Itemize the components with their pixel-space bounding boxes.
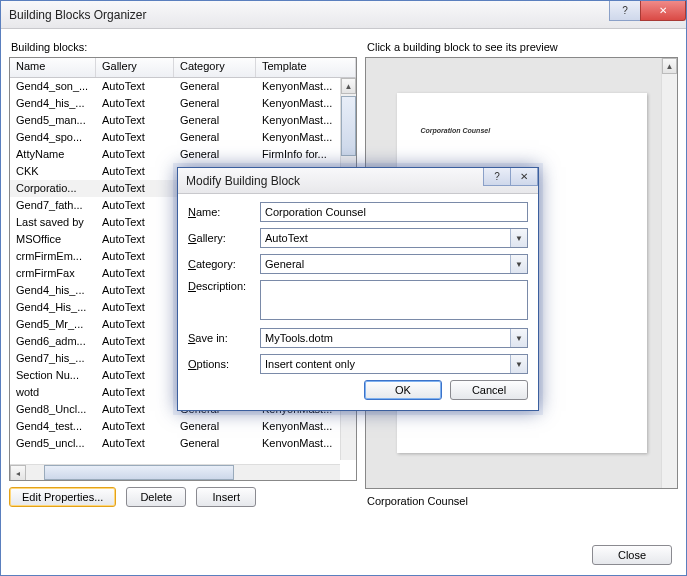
- footer: Close: [592, 545, 672, 565]
- cell-gallery: AutoText: [96, 384, 174, 401]
- name-input[interactable]: [260, 202, 528, 222]
- cell-name: Gend5_uncl...: [10, 435, 96, 452]
- table-row[interactable]: Gend4_spo...AutoTextGeneralKenyonMast...: [10, 129, 356, 146]
- cell-category: General: [174, 146, 256, 163]
- description-input[interactable]: [260, 280, 528, 320]
- organizer-title: Building Blocks Organizer: [9, 8, 146, 22]
- cell-gallery: AutoText: [96, 333, 174, 350]
- scroll-thumb[interactable]: [341, 96, 356, 156]
- modal-window-buttons: ? ✕: [484, 168, 538, 186]
- gallery-combo[interactable]: [260, 228, 528, 248]
- table-row[interactable]: Gend4_son_...AutoTextGeneralKenyonMast..…: [10, 78, 356, 95]
- cell-gallery: AutoText: [96, 418, 174, 435]
- preview-scrollbar[interactable]: ▲: [661, 58, 677, 488]
- scroll-up-icon[interactable]: ▲: [662, 58, 677, 74]
- cell-name: Gend4_his_...: [10, 95, 96, 112]
- scroll-left-icon[interactable]: ◂: [10, 465, 26, 481]
- cell-gallery: AutoText: [96, 401, 174, 418]
- table-row[interactable]: Gend4_test...AutoTextGeneralKenyonMast..…: [10, 418, 356, 435]
- description-label: Description:: [188, 280, 256, 292]
- cell-name: Gend7_his_...: [10, 350, 96, 367]
- cell-category: General: [174, 112, 256, 129]
- close-icon: ✕: [520, 171, 528, 182]
- modal-close-button[interactable]: ✕: [510, 168, 538, 186]
- horizontal-scrollbar[interactable]: ◂: [10, 464, 340, 480]
- cell-name: Gend4_son_...: [10, 78, 96, 95]
- cell-name: Gend5_Mr_...: [10, 316, 96, 333]
- cell-category: General: [174, 78, 256, 95]
- chevron-down-icon[interactable]: ▼: [510, 355, 527, 373]
- ok-button[interactable]: OK: [364, 380, 442, 400]
- table-header: Name Gallery Category Template: [10, 58, 356, 78]
- close-button[interactable]: Close: [592, 545, 672, 565]
- table-row[interactable]: Gend5_man...AutoTextGeneralKenyonMast...: [10, 112, 356, 129]
- cell-category: General: [174, 95, 256, 112]
- delete-button[interactable]: Delete: [126, 487, 186, 507]
- col-template-header[interactable]: Template: [256, 58, 356, 77]
- preview-caption: Corporation Counsel: [367, 495, 678, 507]
- modal-actions: OK Cancel: [188, 380, 528, 400]
- cell-category: General: [174, 129, 256, 146]
- modify-building-block-dialog: Modify Building Block ? ✕ Name: Gallery:…: [177, 167, 539, 411]
- cell-gallery: AutoText: [96, 435, 174, 452]
- cell-name: Gend5_man...: [10, 112, 96, 129]
- cell-name: Gend4_test...: [10, 418, 96, 435]
- col-name-header[interactable]: Name: [10, 58, 96, 77]
- cell-name: Gend4_His_...: [10, 299, 96, 316]
- save-in-combo[interactable]: [260, 328, 528, 348]
- help-icon: ?: [494, 171, 500, 182]
- cell-gallery: AutoText: [96, 180, 174, 197]
- table-row[interactable]: Gend4_his_...AutoTextGeneralKenyonMast..…: [10, 95, 356, 112]
- cell-gallery: AutoText: [96, 112, 174, 129]
- cell-name: crmFirmEm...: [10, 248, 96, 265]
- window-buttons: ? ✕: [610, 1, 686, 21]
- scroll-thumb-h[interactable]: [44, 465, 234, 480]
- category-label: Category:: [188, 258, 256, 270]
- cell-gallery: AutoText: [96, 316, 174, 333]
- col-category-header[interactable]: Category: [174, 58, 256, 77]
- cell-gallery: AutoText: [96, 95, 174, 112]
- cell-name: Gend4_his_...: [10, 282, 96, 299]
- chevron-down-icon[interactable]: ▼: [510, 329, 527, 347]
- options-label: Options:: [188, 358, 256, 370]
- cell-gallery: AutoText: [96, 248, 174, 265]
- action-row: Edit Properties... Delete Insert: [9, 487, 357, 507]
- table-row[interactable]: AttyNameAutoTextGeneralFirmInfo for...: [10, 146, 356, 163]
- preview-hint: Click a building block to see its previe…: [367, 41, 678, 53]
- chevron-down-icon[interactable]: ▼: [510, 255, 527, 273]
- edit-properties-button[interactable]: Edit Properties...: [9, 487, 116, 507]
- cell-gallery: AutoText: [96, 163, 174, 180]
- modal-help-button[interactable]: ?: [483, 168, 511, 186]
- table-row[interactable]: Gend5_uncl...AutoTextGeneralKenvonMast..…: [10, 435, 356, 452]
- cell-name: AttyName: [10, 146, 96, 163]
- cell-gallery: AutoText: [96, 299, 174, 316]
- cell-name: Last saved by: [10, 214, 96, 231]
- name-label: Name:: [188, 206, 256, 218]
- cell-category: General: [174, 418, 256, 435]
- modal-body: Name: Gallery: ▼ Category: ▼ Description…: [178, 194, 538, 410]
- cell-gallery: AutoText: [96, 265, 174, 282]
- window-close-button[interactable]: ✕: [640, 1, 686, 21]
- cancel-button[interactable]: Cancel: [450, 380, 528, 400]
- cell-category: General: [174, 435, 256, 452]
- col-gallery-header[interactable]: Gallery: [96, 58, 174, 77]
- preview-text: Corporation Counsel: [421, 127, 491, 134]
- help-icon: ?: [622, 5, 628, 16]
- chevron-down-icon[interactable]: ▼: [510, 229, 527, 247]
- cell-name: Section Nu...: [10, 367, 96, 384]
- help-button[interactable]: ?: [609, 1, 641, 21]
- scroll-up-icon[interactable]: ▲: [341, 78, 356, 94]
- insert-button[interactable]: Insert: [196, 487, 256, 507]
- organizer-window: Building Blocks Organizer ? ✕ Building b…: [0, 0, 687, 576]
- cell-gallery: AutoText: [96, 197, 174, 214]
- cell-gallery: AutoText: [96, 282, 174, 299]
- cell-gallery: AutoText: [96, 231, 174, 248]
- cell-name: crmFirmFax: [10, 265, 96, 282]
- cell-name: Gend6_adm...: [10, 333, 96, 350]
- cell-gallery: AutoText: [96, 129, 174, 146]
- category-combo[interactable]: [260, 254, 528, 274]
- cell-name: Corporatio...: [10, 180, 96, 197]
- modal-title: Modify Building Block: [186, 174, 300, 188]
- modal-titlebar: Modify Building Block ? ✕: [178, 168, 538, 194]
- options-combo[interactable]: [260, 354, 528, 374]
